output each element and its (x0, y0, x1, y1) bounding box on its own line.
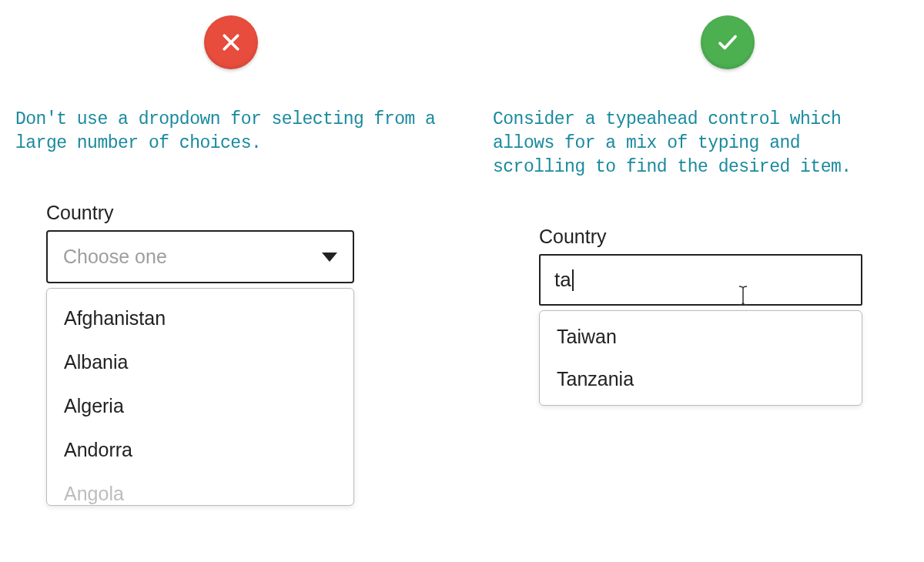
do-column: Consider a typeahead control which allow… (477, 15, 924, 562)
do-caption: Consider a typeahead control which allow… (493, 108, 909, 179)
country-dropdown[interactable]: Choose one (46, 230, 354, 283)
comparison-container: Don't use a dropdown for selecting from … (0, 0, 924, 562)
country-label: Country (539, 226, 862, 248)
chevron-down-icon (322, 253, 337, 262)
dropdown-menu: Afghanistan Albania Algeria Andorra Ango… (46, 288, 354, 506)
typeahead-menu: Taiwan Tanzania (539, 310, 862, 406)
dropdown-placeholder: Choose one (63, 246, 167, 268)
dont-caption: Don't use a dropdown for selecting from … (15, 108, 462, 156)
country-typeahead-input[interactable]: ta (539, 254, 862, 306)
text-cursor-icon (572, 269, 574, 291)
check-icon (701, 15, 755, 69)
dropdown-option[interactable]: Angola (47, 472, 353, 505)
typeahead-value: ta (554, 268, 571, 292)
dont-column: Don't use a dropdown for selecting from … (0, 15, 477, 562)
dont-form-group: Country Choose one Afghanistan Albania A… (46, 202, 354, 506)
typeahead-option[interactable]: Taiwan (540, 316, 862, 358)
dropdown-option[interactable]: Afghanistan (47, 296, 353, 340)
dropdown-option[interactable]: Algeria (47, 384, 353, 428)
cross-icon (204, 15, 258, 69)
do-form-group: Country ta Taiwan Tanzania (539, 226, 862, 406)
country-label: Country (46, 202, 354, 224)
dropdown-option[interactable]: Andorra (47, 428, 353, 472)
dropdown-option[interactable]: Albania (47, 340, 353, 384)
ibeam-cursor-icon (737, 285, 749, 312)
typeahead-option[interactable]: Tanzania (540, 358, 862, 400)
